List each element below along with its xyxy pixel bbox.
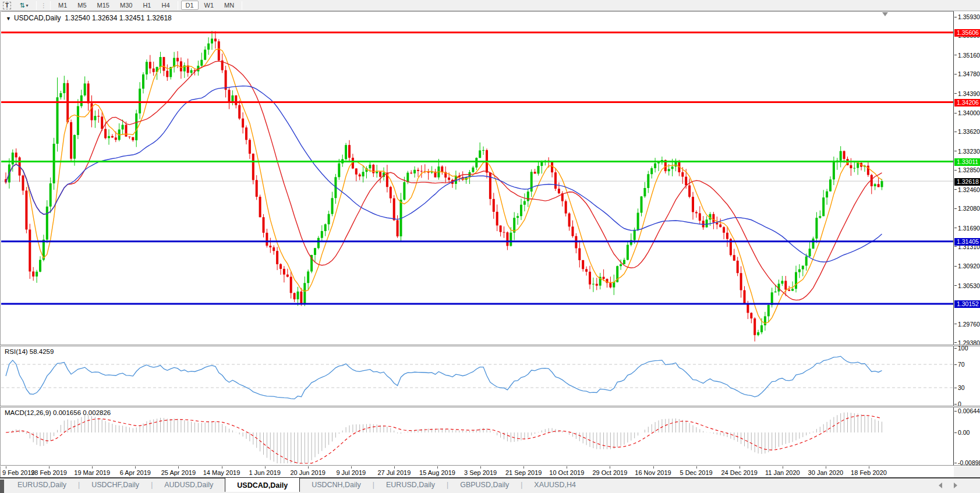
candle-body: [506, 232, 508, 246]
toolbar-separator: [242, 1, 242, 10]
indicators-button[interactable]: ⇅ ▾: [15, 1, 33, 10]
candle-body: [393, 198, 395, 221]
macd-axis[interactable]: 0.0064480.00-0.008982: [954, 407, 980, 465]
chart-tab-audusd[interactable]: AUDUSD,Daily: [153, 478, 225, 493]
candle-body: [146, 62, 148, 75]
chart-tab-usdchf[interactable]: USDCHF,Daily: [80, 478, 151, 493]
candle-body: [406, 173, 409, 182]
rsi-line: [6, 356, 882, 399]
candle-body: [359, 175, 361, 176]
rsi-chart[interactable]: [1, 346, 953, 406]
candle-body: [276, 251, 278, 264]
moving-average-medium[interactable]: [6, 61, 882, 300]
chart-tab-xauusd[interactable]: XAUUSD,H4: [522, 478, 588, 493]
chart-tab-eurusd[interactable]: EURUSD,Daily: [374, 478, 447, 493]
candle-body: [688, 185, 691, 197]
candle-body: [369, 165, 371, 168]
candle-body: [784, 281, 787, 289]
time-tick-label: 9 Jul 2019: [336, 469, 366, 476]
moving-average-slow[interactable]: [6, 86, 882, 262]
text-tool-button[interactable]: T: [1, 1, 13, 10]
candle-body: [802, 265, 804, 269]
time-tick-mark: [826, 466, 826, 469]
chart-tab-eurusd[interactable]: EURUSD,Daily: [6, 478, 78, 493]
candle-body: [180, 61, 182, 71]
candle-body: [826, 191, 828, 198]
candle-body: [634, 230, 636, 240]
candle-body: [534, 172, 536, 173]
candle-body: [162, 57, 165, 71]
timeframe-button-d1[interactable]: D1: [181, 1, 199, 10]
candlestick-chart-panel[interactable]: [1, 11, 954, 345]
price-tick-mark: [954, 266, 957, 267]
candle-body: [643, 188, 646, 196]
chart-symbol-label: USDCAD,Daily: [14, 14, 61, 22]
candle-body: [592, 284, 595, 285]
time-axis[interactable]: 9 Feb 201928 Feb 201919 Mar 20196 Apr 20…: [1, 466, 954, 477]
time-tick-label: 14 May 2019: [203, 469, 240, 476]
candle-body: [228, 90, 231, 103]
macd-indicator-panel[interactable]: [1, 407, 954, 465]
candle-body: [249, 140, 251, 154]
price-axis[interactable]: 1.359301.355501.351601.347801.343901.340…: [954, 12, 980, 345]
chart-shift-marker-icon[interactable]: [882, 12, 888, 16]
candle-body: [263, 217, 265, 233]
candle-body: [572, 226, 574, 236]
candle-body: [750, 313, 752, 319]
candle-body: [235, 95, 237, 105]
candlestick-chart[interactable]: [1, 12, 953, 345]
candle-body: [238, 105, 240, 119]
candle-body: [623, 260, 625, 264]
candle-body: [843, 151, 845, 159]
price-tick-label: 1.35160: [958, 52, 980, 59]
rsi-indicator-panel[interactable]: [1, 346, 954, 406]
candle-body: [479, 150, 481, 158]
timeframe-button-m30[interactable]: M30: [115, 1, 137, 10]
time-tick-label: 3 Sep 2019: [464, 469, 497, 476]
chart-menu-triangle-icon[interactable]: ▼: [6, 16, 11, 22]
time-tick-mark: [653, 466, 654, 469]
candle-body: [493, 199, 495, 212]
mt4-application: T ⇅ ▾ ⋮ M1M5M15M30H1H4D1W1MN ▼USDCAD,Dai…: [0, 0, 980, 493]
candle-body: [104, 129, 107, 139]
time-tick-label: 5 Dec 2019: [680, 469, 712, 476]
moving-average-fast[interactable]: [6, 49, 882, 324]
timeframe-button-h4[interactable]: H4: [157, 1, 174, 10]
candle-body: [280, 264, 282, 269]
tab-scroll-right-icon[interactable]: [954, 483, 957, 488]
candle-body: [63, 83, 65, 93]
chart-tab-usdcnh[interactable]: USDCNH,Daily: [300, 478, 373, 493]
time-tick-mark: [610, 466, 610, 469]
timeframe-button-mn[interactable]: MN: [220, 1, 239, 10]
chart-tab-usdcad-active[interactable]: USDCAD,Daily: [225, 477, 300, 492]
candle-body: [348, 145, 351, 158]
candle-body: [397, 220, 399, 236]
toolbar-separator: [50, 1, 51, 10]
tab-bar-grip: [0, 480, 4, 493]
candle-body: [362, 172, 365, 176]
candle-body: [166, 71, 168, 77]
candle-body: [627, 245, 629, 260]
timeframe-button-m5[interactable]: M5: [73, 1, 91, 10]
time-tick-label: 24 Dec 2019: [721, 469, 757, 476]
macd-chart[interactable]: [1, 407, 953, 465]
rsi-axis[interactable]: 10070300: [954, 346, 980, 406]
time-tick-label: 30 Jan 2020: [808, 469, 844, 476]
timeframe-button-h1[interactable]: H1: [138, 1, 155, 10]
candle-body: [603, 277, 605, 279]
candle-body: [300, 292, 302, 303]
chart-tabs: EURUSD,Daily|USDCHF,Daily|AUDUSD,DailyUS…: [6, 478, 588, 493]
chart-tab-gbpusd[interactable]: GBPUSD,Daily: [448, 478, 521, 493]
timeframe-button-m15[interactable]: M15: [93, 1, 114, 10]
rsi-label: RSI(14) 58.4259: [5, 348, 54, 355]
time-tick-label: 19 Mar 2019: [74, 469, 110, 476]
toolbar-grip: ⋮: [41, 2, 46, 9]
timeframe-button-m1[interactable]: M1: [54, 1, 72, 10]
timeframe-button-w1[interactable]: W1: [200, 1, 219, 10]
candle-body: [111, 136, 114, 137]
candle-body: [73, 135, 76, 159]
tab-scroll-left-icon[interactable]: [939, 483, 942, 488]
time-tick-mark: [135, 466, 136, 469]
candle-body: [225, 70, 227, 90]
candle-body: [475, 158, 477, 167]
